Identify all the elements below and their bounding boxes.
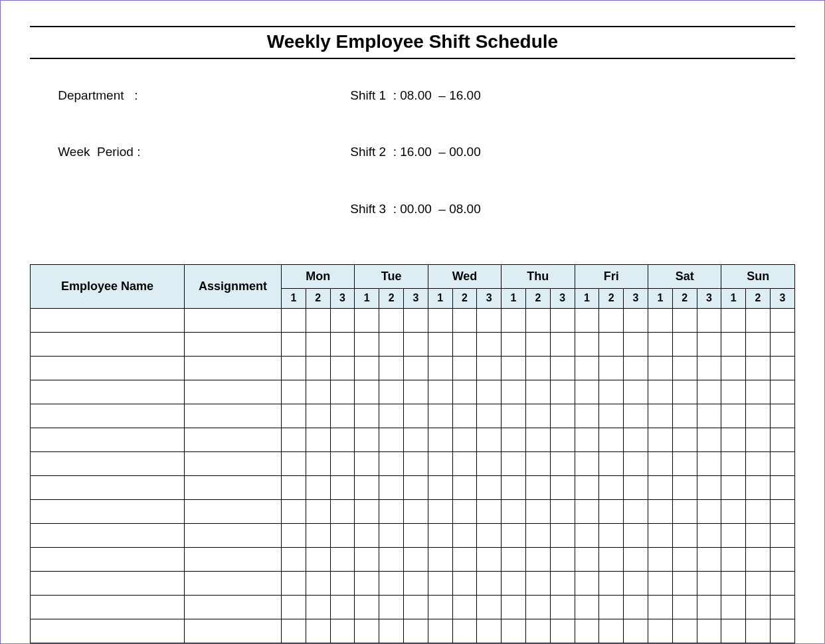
cell-assignment[interactable] (185, 380, 282, 404)
cell-shift[interactable] (721, 308, 746, 332)
cell-shift[interactable] (575, 380, 599, 404)
cell-shift[interactable] (770, 308, 794, 332)
cell-shift[interactable] (477, 332, 502, 356)
cell-shift[interactable] (746, 595, 771, 619)
cell-shift[interactable] (770, 499, 794, 523)
cell-shift[interactable] (575, 451, 599, 475)
cell-shift[interactable] (502, 308, 526, 332)
cell-shift[interactable] (697, 571, 721, 595)
cell-shift[interactable] (403, 428, 428, 451)
cell-shift[interactable] (477, 571, 502, 595)
cell-shift[interactable] (721, 475, 746, 499)
cell-shift[interactable] (648, 380, 672, 404)
cell-shift[interactable] (550, 380, 575, 404)
cell-shift[interactable] (306, 428, 330, 451)
cell-shift[interactable] (502, 451, 526, 475)
cell-shift[interactable] (721, 547, 746, 571)
cell-shift[interactable] (648, 523, 672, 547)
cell-shift[interactable] (477, 523, 502, 547)
cell-employee-name[interactable] (31, 571, 185, 595)
cell-shift[interactable] (575, 428, 599, 451)
cell-shift[interactable] (721, 499, 746, 523)
cell-shift[interactable] (379, 380, 404, 404)
cell-shift[interactable] (403, 404, 428, 428)
cell-shift[interactable] (746, 404, 771, 428)
cell-shift[interactable] (428, 380, 452, 404)
cell-shift[interactable] (502, 332, 526, 356)
cell-shift[interactable] (306, 523, 330, 547)
cell-shift[interactable] (525, 475, 550, 499)
cell-shift[interactable] (624, 547, 648, 571)
cell-shift[interactable] (648, 571, 672, 595)
cell-shift[interactable] (403, 619, 428, 643)
cell-employee-name[interactable] (31, 619, 185, 643)
cell-shift[interactable] (697, 619, 721, 643)
cell-shift[interactable] (525, 571, 550, 595)
cell-shift[interactable] (697, 332, 721, 356)
cell-shift[interactable] (330, 475, 355, 499)
cell-shift[interactable] (648, 332, 672, 356)
cell-shift[interactable] (648, 404, 672, 428)
cell-shift[interactable] (282, 619, 306, 643)
cell-shift[interactable] (721, 451, 746, 475)
cell-shift[interactable] (599, 380, 624, 404)
cell-shift[interactable] (721, 595, 746, 619)
cell-shift[interactable] (550, 428, 575, 451)
cell-shift[interactable] (502, 380, 526, 404)
cell-shift[interactable] (770, 475, 794, 499)
cell-shift[interactable] (648, 451, 672, 475)
cell-shift[interactable] (306, 451, 330, 475)
cell-shift[interactable] (502, 595, 526, 619)
cell-shift[interactable] (282, 308, 306, 332)
cell-shift[interactable] (575, 547, 599, 571)
cell-shift[interactable] (550, 571, 575, 595)
cell-shift[interactable] (477, 547, 502, 571)
cell-shift[interactable] (403, 595, 428, 619)
cell-shift[interactable] (746, 571, 771, 595)
cell-shift[interactable] (452, 547, 477, 571)
cell-shift[interactable] (550, 499, 575, 523)
cell-shift[interactable] (379, 451, 404, 475)
cell-shift[interactable] (355, 523, 379, 547)
cell-shift[interactable] (428, 332, 452, 356)
cell-shift[interactable] (599, 547, 624, 571)
cell-shift[interactable] (282, 547, 306, 571)
cell-shift[interactable] (721, 356, 746, 380)
cell-shift[interactable] (672, 619, 697, 643)
cell-shift[interactable] (550, 451, 575, 475)
cell-shift[interactable] (306, 595, 330, 619)
cell-shift[interactable] (330, 523, 355, 547)
cell-shift[interactable] (746, 475, 771, 499)
cell-shift[interactable] (477, 475, 502, 499)
cell-shift[interactable] (672, 499, 697, 523)
cell-shift[interactable] (746, 523, 771, 547)
cell-shift[interactable] (282, 523, 306, 547)
cell-shift[interactable] (428, 523, 452, 547)
cell-shift[interactable] (355, 428, 379, 451)
cell-shift[interactable] (672, 428, 697, 451)
cell-shift[interactable] (648, 499, 672, 523)
cell-shift[interactable] (428, 499, 452, 523)
cell-shift[interactable] (403, 523, 428, 547)
cell-shift[interactable] (746, 451, 771, 475)
cell-shift[interactable] (770, 404, 794, 428)
cell-shift[interactable] (403, 356, 428, 380)
cell-assignment[interactable] (185, 308, 282, 332)
cell-shift[interactable] (697, 451, 721, 475)
cell-shift[interactable] (452, 571, 477, 595)
cell-shift[interactable] (697, 595, 721, 619)
cell-shift[interactable] (452, 404, 477, 428)
cell-shift[interactable] (575, 619, 599, 643)
cell-shift[interactable] (648, 595, 672, 619)
cell-shift[interactable] (428, 404, 452, 428)
cell-shift[interactable] (282, 356, 306, 380)
cell-shift[interactable] (477, 380, 502, 404)
cell-shift[interactable] (599, 619, 624, 643)
cell-shift[interactable] (282, 571, 306, 595)
cell-shift[interactable] (672, 571, 697, 595)
cell-shift[interactable] (575, 523, 599, 547)
cell-shift[interactable] (379, 499, 404, 523)
cell-shift[interactable] (575, 332, 599, 356)
cell-shift[interactable] (672, 404, 697, 428)
cell-shift[interactable] (282, 332, 306, 356)
